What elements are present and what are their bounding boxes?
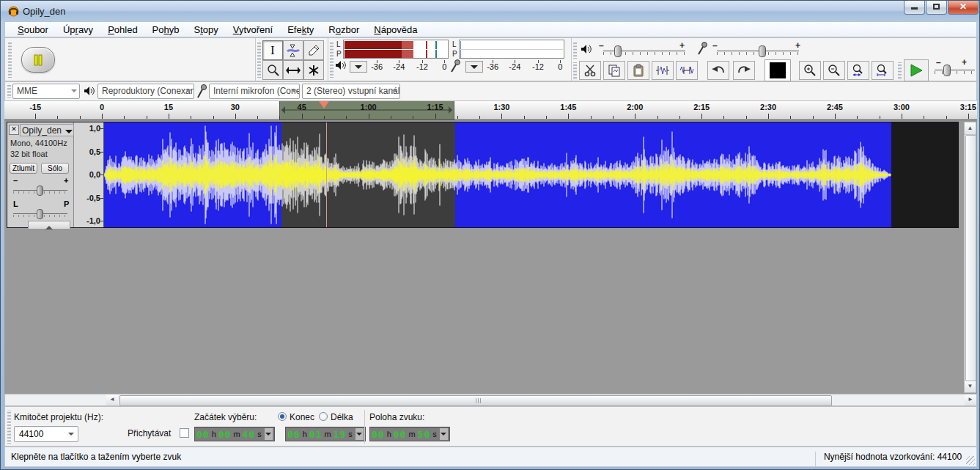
scroll-right-arrow[interactable]: ► <box>965 394 976 405</box>
scroll-up-arrow[interactable]: ▲ <box>965 122 976 135</box>
draw-tool-button[interactable] <box>303 40 324 60</box>
resize-grip[interactable] <box>966 456 975 465</box>
undo-button[interactable] <box>707 61 729 80</box>
multi-tool-button[interactable] <box>303 60 324 80</box>
project-rate-combo[interactable]: 44100 <box>14 426 78 442</box>
audio-host-combo[interactable]: MME <box>12 84 80 99</box>
sample-rate-status: Nynější hodnota vzorkování: 44100 <box>815 452 970 466</box>
menu-efekty[interactable]: Efekty <box>281 23 320 37</box>
minutes-value[interactable]: 01 <box>309 429 323 440</box>
fit-selection-button[interactable] <box>847 61 869 80</box>
edit-toolbar-grip[interactable] <box>573 62 577 79</box>
play-at-speed-icon <box>910 64 923 77</box>
timeline-ruler[interactable]: -1501530451:001:151:301:452:002:152:302:… <box>4 101 977 120</box>
playback-meter[interactable] <box>343 40 449 59</box>
cut-button[interactable] <box>579 61 601 80</box>
seconds-value[interactable]: 19 <box>334 429 347 440</box>
length-radio[interactable] <box>319 412 328 421</box>
menu-upravy[interactable]: Úpravy <box>56 23 100 37</box>
tools-toolbar-grip[interactable] <box>257 41 261 78</box>
mixer-toolbar-grip[interactable] <box>573 41 577 59</box>
field-dropdown-arrow[interactable] <box>265 428 273 440</box>
recording-channels-combo[interactable]: 2 (Stereo) vstupní kanály <box>302 84 400 99</box>
playback-device-combo[interactable]: Reproduktory (Conexant SmartAud <box>97 84 194 99</box>
seconds-value[interactable]: 40 <box>243 429 256 440</box>
mute-button[interactable]: Ztlumit <box>10 163 37 174</box>
hours-unit: h <box>210 430 218 438</box>
snap-to-checkbox[interactable] <box>180 428 189 438</box>
sync-lock-button[interactable] <box>765 59 791 81</box>
zoom-in-button[interactable] <box>799 61 821 80</box>
minutes-unit: m <box>231 430 242 438</box>
fit-project-button[interactable] <box>872 61 894 80</box>
transport-toolbar-grip[interactable] <box>8 41 12 78</box>
track-canvas-area[interactable]: ✕ Opily_den Mono, 44100Hz 32 bit float Z… <box>4 120 977 394</box>
selection-toolbar-grip[interactable] <box>7 410 11 444</box>
menu-pohled[interactable]: Pohled <box>101 23 144 37</box>
menu-rozbor[interactable]: Rozbor <box>322 23 366 37</box>
menu-stopy[interactable]: Stopy <box>187 23 224 37</box>
scroll-left-arrow[interactable]: ◄ <box>106 394 118 405</box>
title-bar[interactable]: Opily_den ✕ <box>1 1 979 21</box>
zoom-tool-button[interactable] <box>262 60 283 80</box>
output-volume-slider[interactable] <box>603 45 685 57</box>
vertical-scrollbar-thumb[interactable] <box>965 135 976 381</box>
menu-napoveda[interactable]: Nápověda <box>367 23 424 37</box>
track-close-button[interactable]: ✕ <box>9 125 19 135</box>
timeshift-tool-button[interactable] <box>283 60 303 80</box>
track-collapse-button[interactable] <box>28 221 70 230</box>
minutes-value[interactable]: 00 <box>218 429 232 440</box>
track-menu-arrow-icon <box>65 130 73 137</box>
redo-button[interactable] <box>733 61 755 80</box>
copy-button[interactable] <box>603 61 625 80</box>
selection-start-field[interactable]: 00h00m40s <box>194 427 275 441</box>
waveform-display[interactable] <box>104 122 958 227</box>
vertical-scrollbar[interactable]: ▲ ▼ <box>964 122 976 393</box>
play-speed-slider[interactable] <box>935 65 975 76</box>
silence-selection-button[interactable] <box>676 61 698 80</box>
close-button[interactable]: ✕ <box>948 1 979 15</box>
ruler-tick <box>169 114 169 119</box>
end-radio[interactable] <box>278 412 287 421</box>
track-title-menu[interactable]: Opily_den <box>20 124 74 136</box>
audacity-logo-icon <box>7 4 20 17</box>
hours-value[interactable]: 00 <box>196 429 210 440</box>
scroll-down-arrow[interactable]: ▼ <box>965 380 976 392</box>
minimize-button[interactable] <box>904 1 925 15</box>
trim-outside-selection-button[interactable] <box>652 61 674 80</box>
device-toolbar: MME Reproduktory (Conexant SmartAud Inte… <box>4 81 977 101</box>
play-at-speed-button[interactable] <box>904 59 929 81</box>
seconds-value[interactable]: 50 <box>418 429 431 440</box>
playhead-indicator[interactable] <box>319 101 329 114</box>
menu-vytvoreni[interactable]: Vytvoření <box>226 23 279 37</box>
selection-tool-button[interactable]: I <box>262 40 283 60</box>
device-toolbar-grip[interactable] <box>7 84 11 98</box>
menu-soubor[interactable]: Soubor <box>11 23 55 37</box>
pan-slider[interactable] <box>13 209 67 219</box>
horizontal-scrollbar-thumb[interactable] <box>119 395 832 406</box>
selection-end-field[interactable]: 00h01m19s <box>285 427 366 441</box>
gain-slider[interactable] <box>13 186 67 196</box>
audio-track[interactable]: ✕ Opily_den Mono, 44100Hz 32 bit float Z… <box>7 122 959 228</box>
recording-device-combo[interactable]: Interní mikrofon (Conexant Smar <box>209 84 300 99</box>
field-dropdown-arrow[interactable] <box>440 428 448 440</box>
vertical-ruler[interactable]: 1,00,50,0-0,5-1,0 <box>74 122 104 227</box>
menu-pohyb[interactable]: Pohyb <box>146 23 186 37</box>
transcription-toolbar-grip[interactable] <box>898 62 902 79</box>
paste-button[interactable] <box>627 61 649 80</box>
input-volume-slider[interactable] <box>717 45 799 57</box>
mute-label: Ztlumit <box>12 164 34 172</box>
maximize-button[interactable] <box>926 1 947 15</box>
audio-position-field[interactable]: 00h00m50s <box>369 427 450 441</box>
recording-meter[interactable] <box>459 40 564 59</box>
field-dropdown-arrow[interactable] <box>355 428 364 440</box>
meter-toolbar-grip[interactable] <box>330 41 334 78</box>
solo-button[interactable]: Sólo <box>41 163 69 174</box>
zoom-out-button[interactable] <box>823 61 845 80</box>
hours-value[interactable]: 00 <box>287 429 301 440</box>
pause-button[interactable] <box>21 47 55 73</box>
hours-value[interactable]: 00 <box>372 429 385 440</box>
minutes-value[interactable]: 00 <box>394 429 407 440</box>
horizontal-scrollbar[interactable]: ◄ ► <box>4 394 977 406</box>
envelope-tool-button[interactable] <box>283 40 303 60</box>
